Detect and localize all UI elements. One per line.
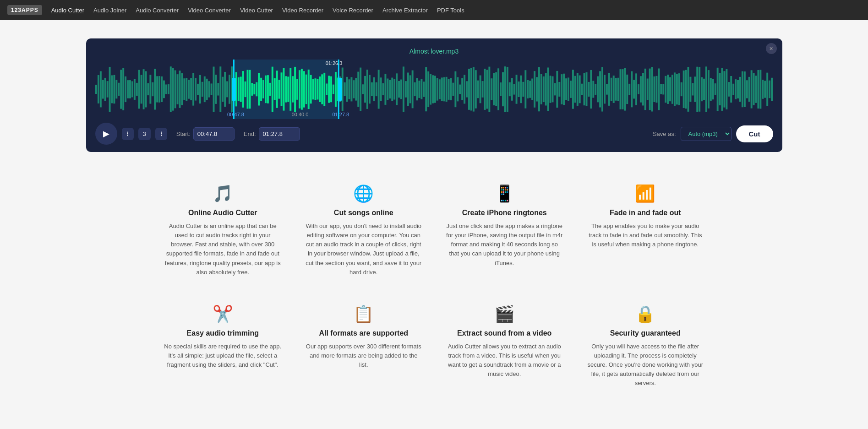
svg-rect-174 (488, 67, 490, 112)
svg-rect-284 (737, 80, 739, 98)
svg-rect-267 (699, 67, 700, 112)
brand-logo[interactable]: 123APPS (7, 5, 42, 15)
svg-rect-34 (172, 68, 174, 110)
svg-rect-239 (635, 73, 637, 105)
close-button[interactable]: × (766, 43, 777, 54)
nav-video-recorder[interactable]: Video Recorder (282, 7, 323, 14)
svg-rect-28 (158, 76, 160, 103)
svg-rect-203 (554, 83, 556, 96)
svg-rect-12 (122, 68, 124, 110)
svg-rect-31 (165, 85, 167, 94)
svg-rect-148 (430, 74, 431, 104)
nav-archive-extractor[interactable]: Archive Extractor (382, 7, 428, 14)
save-as-group: Save as: Auto (mp3) MP3 WAV OGG M4R Cut (653, 125, 773, 142)
svg-rect-198 (542, 76, 544, 102)
svg-rect-118 (362, 84, 364, 94)
svg-rect-186 (515, 75, 517, 103)
svg-rect-130 (389, 80, 391, 98)
controls-bar: ▶ ⌇ 3 ⌇ Start: End: Save as: (95, 123, 773, 145)
svg-rect-225 (604, 75, 606, 104)
svg-rect-115 (355, 78, 357, 100)
svg-rect-192 (529, 81, 531, 98)
svg-rect-240 (638, 84, 639, 94)
svg-rect-237 (631, 71, 633, 108)
svg-rect-255 (671, 75, 673, 104)
svg-rect-128 (384, 74, 386, 105)
svg-rect-3 (102, 80, 104, 98)
nav-audio-cutter[interactable]: Audio Cutter (51, 7, 84, 14)
svg-rect-17 (133, 79, 135, 100)
end-time-input[interactable] (259, 127, 300, 141)
svg-rect-161 (459, 85, 461, 94)
nav-pdf-tools[interactable]: PDF Tools (437, 7, 464, 14)
start-time-input[interactable] (193, 127, 235, 141)
fade-out-button[interactable]: ⌇ (155, 128, 167, 140)
nav-video-cutter[interactable]: Video Cutter (240, 7, 273, 14)
feature-icon-2: 📱 (446, 184, 564, 203)
svg-rect-188 (520, 76, 522, 103)
feature-icon-6: 🎬 (446, 304, 564, 324)
svg-rect-0 (95, 85, 97, 94)
feature-title-2: Create iPhone ringtones (446, 209, 564, 217)
waveform-visual (95, 60, 773, 119)
svg-rect-169 (477, 81, 479, 98)
fade-number-button[interactable]: 3 (138, 128, 151, 140)
svg-rect-241 (639, 76, 641, 102)
svg-rect-266 (696, 67, 698, 112)
svg-rect-187 (518, 81, 519, 97)
play-button[interactable]: ▶ (95, 123, 117, 145)
svg-rect-24 (149, 75, 151, 103)
filename-title: Almost lover.mp3 (95, 48, 773, 55)
svg-rect-165 (468, 69, 470, 110)
save-as-select[interactable]: Auto (mp3) MP3 WAV OGG M4R (681, 127, 732, 141)
svg-rect-208 (565, 78, 567, 100)
svg-rect-59 (229, 75, 230, 103)
svg-rect-202 (551, 76, 553, 103)
nav-video-converter[interactable]: Video Converter (188, 7, 231, 14)
fade-out-icon: ⌇ (160, 130, 163, 137)
svg-rect-219 (590, 70, 592, 109)
svg-rect-155 (445, 77, 447, 102)
svg-rect-296 (764, 81, 766, 98)
svg-rect-15 (129, 80, 131, 98)
feature-title-6: Extract sound from a video (446, 329, 564, 337)
svg-rect-220 (592, 81, 594, 98)
svg-rect-146 (425, 67, 427, 112)
svg-rect-166 (470, 68, 472, 110)
svg-rect-23 (147, 83, 149, 95)
svg-rect-178 (497, 68, 499, 110)
feature-card-2: 📱 Create iPhone ringtones Just one click… (441, 179, 568, 282)
waveform-display[interactable]: // We'll use inline generation in the SV… (95, 60, 773, 119)
svg-rect-162 (461, 78, 463, 100)
svg-rect-141 (414, 82, 415, 96)
svg-rect-131 (391, 78, 393, 101)
svg-rect-13 (125, 76, 126, 102)
svg-rect-129 (387, 79, 388, 100)
feature-desc-2: Just one click and the app makes a ringt… (446, 222, 564, 268)
svg-rect-135 (400, 80, 402, 99)
cut-button[interactable]: Cut (736, 125, 773, 142)
feature-title-5: All formats are supported (305, 329, 423, 337)
svg-rect-304 (338, 78, 342, 101)
svg-rect-279 (726, 69, 727, 109)
fade-in-button[interactable]: ⌇ (122, 128, 134, 140)
svg-rect-149 (432, 75, 434, 103)
svg-rect-16 (131, 81, 133, 97)
main-content: Almost lover.mp3 × // We'll use inline g… (77, 20, 792, 420)
svg-rect-264 (692, 83, 693, 95)
svg-rect-287 (743, 71, 745, 107)
svg-rect-228 (610, 78, 612, 101)
feature-desc-0: Audio Cutter is an online app that can b… (164, 222, 282, 277)
svg-rect-292 (755, 76, 757, 103)
start-label: Start: (176, 130, 191, 137)
nav-voice-recorder[interactable]: Voice Recorder (333, 7, 373, 14)
features-grid: 🎵 Online Audio Cutter Audio Cutter is an… (159, 179, 709, 393)
feature-title-4: Easy audio trimming (164, 329, 282, 337)
nav-audio-joiner[interactable]: Audio Joiner (93, 7, 126, 14)
svg-rect-209 (568, 77, 569, 101)
svg-rect-48 (203, 76, 205, 102)
nav-audio-converter[interactable]: Audio Converter (136, 7, 179, 14)
svg-rect-207 (563, 74, 565, 105)
svg-rect-290 (750, 70, 752, 108)
svg-rect-193 (531, 78, 533, 100)
